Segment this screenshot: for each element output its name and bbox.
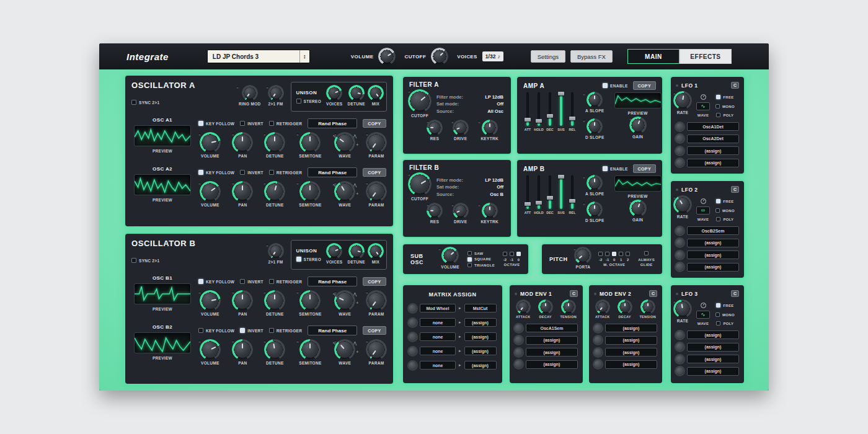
sync-2-1-checkbox[interactable] (131, 258, 136, 263)
octave-0-box[interactable] (516, 252, 521, 256)
retrigger-checkbox[interactable] (269, 121, 274, 126)
invert-checkbox[interactable] (240, 328, 245, 333)
free-checkbox[interactable] (716, 95, 720, 99)
copy-button[interactable]: COPY (363, 326, 386, 335)
gain-knob[interactable] (632, 119, 644, 131)
copy-badge-button[interactable]: C (731, 82, 739, 89)
env-target-dropdown[interactable]: (assign) (605, 360, 657, 369)
copy-button[interactable]: COPY (363, 277, 386, 286)
matrix-source-dropdown[interactable]: none (420, 347, 456, 355)
sat-mode-value[interactable]: Off (497, 184, 503, 190)
semitone-knob[interactable] (302, 135, 318, 151)
env-target-dropdown[interactable]: OscA1Sem (526, 324, 578, 332)
ring-mod-knob[interactable] (244, 87, 255, 99)
volume-knob[interactable] (202, 342, 218, 358)
matrix-source-dropdown[interactable]: none (420, 318, 456, 327)
semitone-knob[interactable] (302, 342, 318, 358)
decay-knob[interactable] (541, 302, 551, 312)
moct-minus1-box[interactable] (605, 252, 609, 256)
enable-checkbox[interactable] (603, 166, 608, 171)
poly-checkbox[interactable] (716, 217, 720, 221)
sus-slider[interactable] (557, 92, 565, 126)
filter-mode-value[interactable]: LP 12dB (485, 94, 503, 100)
copy-button[interactable]: COPY (633, 164, 656, 173)
copy-badge-button[interactable]: C (731, 186, 739, 193)
always-glide-checkbox[interactable] (644, 251, 649, 255)
param-knob[interactable] (368, 184, 384, 200)
invert-checkbox[interactable] (240, 121, 245, 126)
lfo-target-dropdown[interactable]: (assign) (687, 159, 739, 167)
lfo-target-dropdown[interactable]: (assign) (687, 355, 739, 363)
a-slope-knob[interactable] (589, 177, 600, 188)
gain-knob[interactable] (632, 202, 644, 215)
matrix-amount-knob[interactable] (409, 319, 417, 327)
cutoff-knob[interactable] (410, 175, 429, 193)
drive-knob[interactable] (455, 205, 466, 216)
env-target-amount-knob[interactable] (594, 324, 602, 332)
moct-plus2-box[interactable] (626, 252, 630, 256)
rel-slider[interactable] (569, 175, 576, 209)
mono-checkbox[interactable] (715, 104, 720, 108)
lfo-wave-selector[interactable]: ∿ (696, 311, 710, 319)
moct-0-box[interactable] (612, 252, 616, 256)
lfo-target-dropdown[interactable]: OscA1Det (687, 122, 739, 131)
retrigger-checkbox[interactable] (269, 170, 274, 175)
voices-value-box[interactable]: 1/32 ♪ (482, 51, 503, 61)
detune-knob[interactable] (267, 293, 283, 309)
matrix-target-dropdown[interactable]: (assign) (464, 332, 497, 341)
poly-checkbox[interactable] (716, 321, 720, 326)
lfo-target-amount-knob[interactable] (676, 227, 684, 235)
wave-knob[interactable] (337, 135, 353, 151)
env-target-amount-knob[interactable] (594, 348, 602, 356)
key-follow-checkbox[interactable] (198, 170, 203, 175)
matrix-amount-knob[interactable] (409, 361, 417, 370)
unison-voices-knob[interactable] (329, 87, 340, 99)
pan-knob[interactable] (234, 135, 250, 151)
env-target-dropdown[interactable]: (assign) (605, 324, 657, 332)
lfo-target-dropdown[interactable]: (assign) (687, 239, 739, 247)
phase-mode-dropdown[interactable]: Rand Phase (308, 118, 357, 128)
keytrk-knob[interactable] (484, 122, 495, 133)
matrix-target-dropdown[interactable]: MstCut (464, 304, 497, 312)
matrix-target-dropdown[interactable]: (assign) (464, 347, 497, 355)
preset-selector[interactable]: LD JP Chords 3 ▴ ▾ (207, 50, 310, 63)
lfo-target-dropdown[interactable]: (assign) (687, 146, 739, 155)
env-target-dropdown[interactable]: (assign) (605, 348, 657, 356)
sub-volume-knob[interactable] (444, 249, 456, 262)
lfo-target-amount-knob[interactable] (676, 135, 684, 143)
triangle-checkbox[interactable] (467, 263, 472, 267)
tab-effects[interactable]: EFFECTS (680, 49, 732, 64)
free-checkbox[interactable] (716, 303, 720, 308)
copy-button[interactable]: COPY (363, 168, 386, 177)
env-target-amount-knob[interactable] (515, 348, 523, 356)
volume-knob[interactable] (202, 184, 218, 200)
key-follow-checkbox[interactable] (198, 279, 203, 284)
matrix-target-dropdown[interactable]: (assign) (464, 361, 497, 370)
copy-badge-button[interactable]: C (649, 290, 657, 297)
env-target-dropdown[interactable]: (assign) (526, 348, 578, 356)
source-value[interactable]: All Osc (487, 108, 503, 114)
dec-slider[interactable] (546, 92, 554, 126)
attack-knob[interactable] (518, 302, 528, 312)
env-target-amount-knob[interactable] (594, 360, 602, 368)
copy-badge-button[interactable]: C (570, 290, 578, 297)
lfo-target-dropdown[interactable]: (assign) (687, 343, 739, 352)
stereo-checkbox[interactable] (296, 257, 301, 262)
retrigger-checkbox[interactable] (269, 328, 274, 333)
hold-slider[interactable] (535, 92, 542, 126)
matrix-amount-knob[interactable] (409, 304, 417, 312)
key-follow-checkbox[interactable] (198, 121, 203, 126)
copy-badge-button[interactable]: C (731, 290, 739, 297)
source-value[interactable]: Osc B (490, 192, 503, 197)
param-knob[interactable] (368, 293, 384, 309)
lfo-target-amount-knob[interactable] (676, 331, 684, 339)
master-cutoff-knob[interactable] (433, 50, 446, 63)
phase-mode-dropdown[interactable]: Rand Phase (308, 167, 357, 177)
dec-slider[interactable] (546, 175, 554, 209)
env-target-dropdown[interactable]: (assign) (605, 336, 657, 345)
param-knob[interactable] (368, 135, 384, 151)
rel-slider[interactable] (569, 92, 576, 126)
octave-minus2-box[interactable] (503, 252, 507, 256)
matrix-amount-knob[interactable] (409, 347, 417, 355)
sat-mode-value[interactable]: Off (497, 101, 503, 107)
